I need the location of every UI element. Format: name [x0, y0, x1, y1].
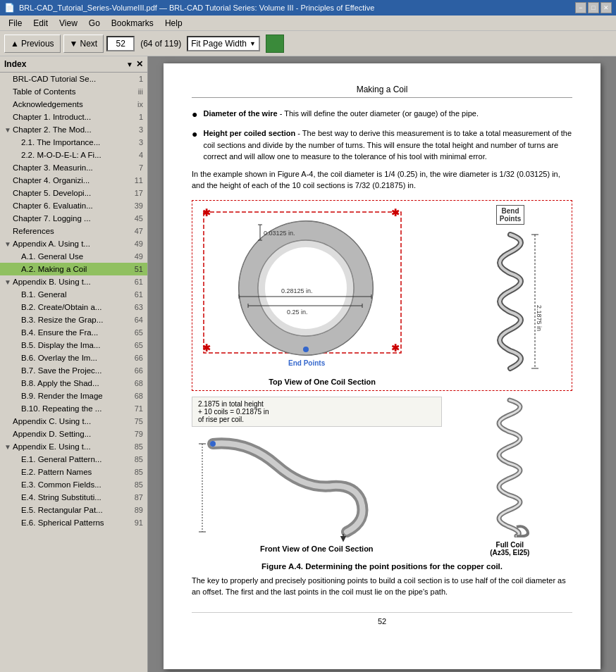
body-text: The key to properly and precisely positi…	[192, 575, 572, 598]
sidebar-item-label-19: B.3. Resize the Grap...	[21, 316, 129, 324]
sidebar-content[interactable]: BRL-CAD Tutorial Se...1 Table of Content…	[0, 73, 147, 672]
sidebar-item-11[interactable]: Chapter 7. Logging ...45	[0, 212, 147, 225]
sidebar-item-32[interactable]: E.3. Common Fields...85	[0, 478, 147, 491]
sidebar-item-0[interactable]: BRL-CAD Tutorial Se...1	[0, 73, 147, 85]
sidebar-item-page-19: 64	[129, 316, 143, 324]
svg-text:2.1875 in: 2.1875 in	[536, 305, 543, 331]
sidebar-item-page-14: 49	[129, 252, 143, 261]
top-view-figure: ✱ ✱ ✱ ✱	[197, 205, 448, 386]
next-button[interactable]: ▼ Next	[63, 35, 104, 53]
sidebar-item-label-20: B.4. Ensure the Fra...	[21, 328, 129, 337]
page-header-text: Making a Coil	[357, 85, 408, 94]
next-arrow-icon: ▼	[70, 39, 78, 49]
menu-help[interactable]: Help	[159, 17, 188, 30]
sidebar-item-label-21: B.5. Display the Ima...	[21, 341, 129, 349]
prev-button[interactable]: ▲ Previous	[4, 35, 61, 53]
sidebar-item-30[interactable]: E.1. General Pattern...85	[0, 453, 147, 466]
menu-edit[interactable]: Edit	[27, 17, 54, 30]
sidebar-item-label-32: E.3. Common Fields...	[21, 480, 129, 489]
expand-icon-29: ▼	[4, 443, 13, 451]
svg-text:0.28125 in.: 0.28125 in.	[281, 287, 313, 294]
sidebar-item-6[interactable]: 2.2. M-O-D-E-L: A Fi...4	[0, 149, 147, 161]
menu-view[interactable]: View	[54, 17, 83, 30]
bullet-dot-2: ●	[192, 127, 197, 142]
sidebar-item-25[interactable]: B.9. Render the Image68	[0, 390, 147, 402]
bullet-dot-1: ●	[192, 107, 197, 122]
sidebar-item-19[interactable]: B.3. Resize the Grap...64	[0, 313, 147, 326]
sidebar-close-icon[interactable]: ✕	[136, 59, 143, 69]
sidebar-item-label-24: B.8. Apply the Shad...	[21, 379, 129, 387]
sidebar-item-18[interactable]: B.2. Create/Obtain a...63	[0, 301, 147, 313]
sidebar-item-14[interactable]: A.1. General Use49	[0, 250, 147, 263]
sidebar-item-9[interactable]: Chapter 5. Developi...17	[0, 187, 147, 199]
sidebar-item-7[interactable]: Chapter 3. Measurin...7	[0, 161, 147, 174]
page-input[interactable]	[106, 36, 135, 51]
sidebar-item-34[interactable]: E.5. Rectangular Pat...89	[0, 504, 147, 516]
close-button[interactable]: ✕	[600, 2, 612, 13]
sidebar-item-12[interactable]: References47	[0, 225, 147, 237]
sidebar-dropdown-icon[interactable]: ▼	[126, 61, 133, 68]
pdf-viewer[interactable]: Making a Coil ● Diameter of the wire - T…	[148, 56, 616, 672]
menu-file[interactable]: File	[3, 17, 27, 30]
front-view-caption: Front View of One Coil Section	[192, 545, 442, 553]
sidebar-item-15[interactable]: A.2. Making a Coil51	[0, 263, 147, 275]
sidebar-item-label-5: 2.1. The Importance...	[21, 138, 129, 147]
sidebar-item-33[interactable]: E.4. String Substituti...87	[0, 491, 147, 504]
sidebar-item-label-15: A.2. Making a Coil	[21, 265, 129, 273]
sidebar-item-17[interactable]: B.1. General61	[0, 288, 147, 301]
sidebar-item-label-8: Chapter 4. Organizi...	[13, 176, 129, 185]
sidebar-item-4[interactable]: ▼Chapter 2. The Mod...3	[0, 123, 147, 136]
minimize-button[interactable]: −	[575, 2, 586, 13]
spring-svg: 2.1875 in	[475, 228, 546, 382]
sidebar-item-8[interactable]: Chapter 4. Organizi...11	[0, 174, 147, 187]
svg-text:0.03125 in.: 0.03125 in.	[264, 230, 295, 237]
sidebar-item-31[interactable]: E.2. Pattern Names85	[0, 466, 147, 478]
sidebar-item-16[interactable]: ▼Appendix B. Using t...61	[0, 275, 147, 288]
sidebar-item-page-34: 89	[129, 506, 143, 514]
sidebar-item-1[interactable]: Table of Contentsiii	[0, 85, 147, 98]
sidebar-item-page-10: 39	[129, 201, 143, 210]
sidebar-item-24[interactable]: B.8. Apply the Shad...68	[0, 377, 147, 390]
sidebar-item-29[interactable]: ▼Appendix E. Using t...85	[0, 440, 147, 453]
bullet-1-term: Diameter of the wire	[203, 109, 277, 118]
sidebar-item-page-0: 1	[129, 75, 143, 83]
sidebar-item-28[interactable]: Appendix D. Setting...79	[0, 428, 147, 440]
sidebar-item-35[interactable]: E.6. Spherical Patterns91	[0, 516, 147, 529]
sidebar-item-5[interactable]: 2.1. The Importance...3	[0, 136, 147, 149]
sidebar-title: Index	[4, 59, 126, 69]
sidebar-item-22[interactable]: B.6. Overlay the Im...66	[0, 351, 147, 364]
sidebar-item-page-18: 63	[129, 303, 143, 311]
sidebar-item-page-1: iii	[129, 87, 143, 96]
sidebar-item-page-35: 91	[129, 518, 143, 527]
sidebar-item-27[interactable]: Appendix C. Using t...75	[0, 415, 147, 428]
bullet-item-2: ● Height per coiled section - The best w…	[192, 127, 572, 163]
maximize-button[interactable]: □	[588, 2, 599, 13]
menu-bookmarks[interactable]: Bookmarks	[106, 17, 159, 30]
expand-icon-16: ▼	[4, 278, 13, 286]
sidebar-item-3[interactable]: Chapter 1. Introduct...1	[0, 111, 147, 123]
title-bar: 📄 BRL-CAD_Tutorial_Series-VolumeIII.pdf …	[0, 0, 616, 15]
sidebar-item-label-3: Chapter 1. Introduct...	[13, 113, 129, 121]
sidebar-item-page-26: 71	[129, 404, 143, 413]
sidebar-item-page-21: 65	[129, 341, 143, 349]
sidebar-item-21[interactable]: B.5. Display the Ima...65	[0, 339, 147, 351]
full-coil-label: Full Coil(Az35, El25)	[448, 541, 572, 556]
page-header: Making a Coil	[192, 85, 572, 98]
svg-point-23	[303, 347, 309, 352]
full-coil-svg	[478, 397, 541, 537]
sidebar-item-13[interactable]: ▼Appendix A. Using t...49	[0, 237, 147, 250]
menu-go[interactable]: Go	[83, 17, 106, 30]
sidebar-item-2[interactable]: Acknowledgementsix	[0, 98, 147, 111]
sidebar-item-label-35: E.6. Spherical Patterns	[21, 518, 129, 527]
sidebar-item-page-9: 17	[129, 189, 143, 197]
rise-text: 2.1875 in total height+ 10 coils = 0.218…	[192, 397, 442, 427]
fit-dropdown[interactable]: Fit Page Width ▼	[187, 36, 260, 51]
page-count: (64 of 119)	[137, 39, 184, 49]
sidebar-item-20[interactable]: B.4. Ensure the Fra...65	[0, 326, 147, 339]
sidebar-item-page-15: 51	[129, 265, 143, 273]
sidebar-item-label-31: E.2. Pattern Names	[21, 468, 129, 476]
sidebar-item-23[interactable]: B.7. Save the Projec...66	[0, 364, 147, 377]
sidebar-item-10[interactable]: Chapter 6. Evaluatin...39	[0, 199, 147, 212]
sidebar-item-label-2: Acknowledgements	[13, 100, 129, 108]
sidebar-item-26[interactable]: B.10. Repeating the ...71	[0, 402, 147, 415]
